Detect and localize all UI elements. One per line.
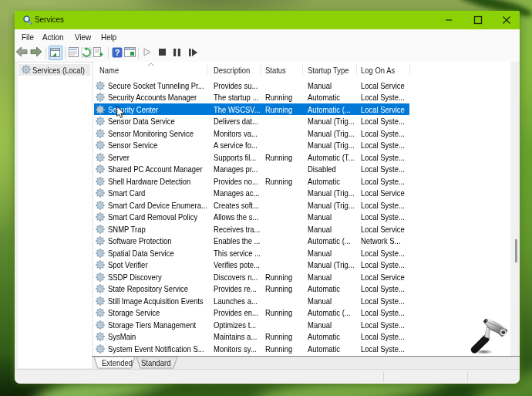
svg-text:?: ? (115, 48, 120, 57)
